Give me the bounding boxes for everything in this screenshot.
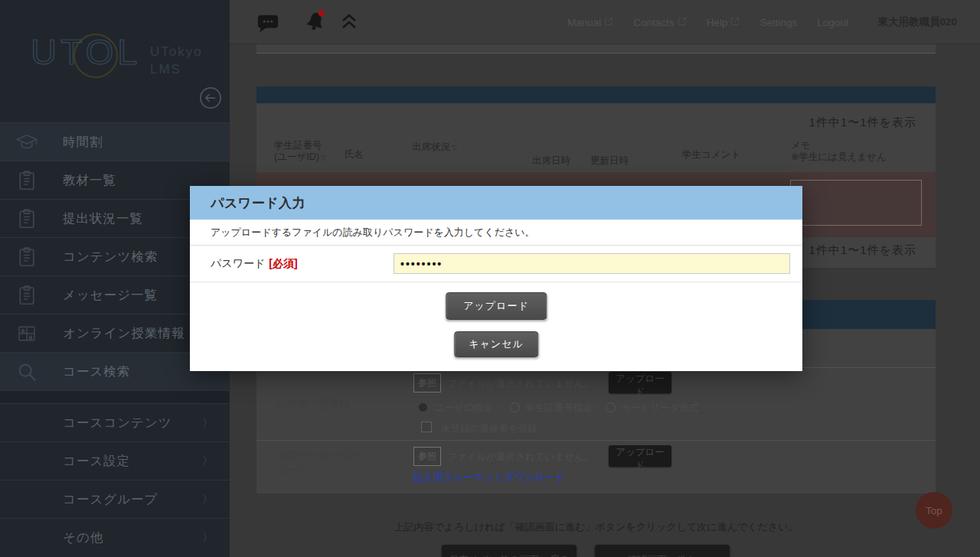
password-form-row: パスワード[必須] [190, 246, 802, 282]
sidebar-collapse-button[interactable] [199, 86, 222, 109]
upload-button[interactable]: アップロード [609, 445, 671, 467]
register-unenrolled-checkbox[interactable] [421, 422, 432, 432]
dialog-message: アップロードするファイルの読み取りパスワードを入力してください。 [190, 220, 802, 246]
column-header-student-comment: 学生コメント [682, 149, 740, 161]
sidebar-group-others[interactable]: その他 〉 [0, 518, 230, 556]
utol-lms-page: UTOL UTokyo LMS 時間割 [0, 0, 980, 557]
password-label: パスワード[必須] [211, 257, 298, 271]
sidebar-item-timetable[interactable]: 時間割 [0, 122, 230, 161]
cancel-button[interactable]: キャンセル [454, 331, 538, 357]
clipboard-icon [15, 284, 38, 307]
bulk-register-label: 出席者一括登録 [277, 397, 350, 412]
contacts-link[interactable]: Contacts [633, 17, 686, 28]
column-header-attendance-status[interactable]: 出席状況▽ [412, 142, 457, 154]
chevron-right-icon: 〉 [202, 416, 213, 430]
column-header-name: 氏名 [345, 149, 364, 161]
topbar: Manual Contacts Help Settings [230, 0, 980, 44]
format-download-link[interactable]: 記入用フォーマットダウンロード [413, 471, 565, 484]
utol-logo: UTOL [31, 31, 142, 73]
bulk-register-row: 出席者一括登録 参照 ファイルが選択されていません。 アップロード ユーザID指… [256, 367, 936, 440]
chevron-right-icon: 〉 [202, 531, 213, 545]
column-header-student-id[interactable]: 学生証番号 (ユーザID)▽ [274, 140, 326, 164]
column-header-update-time: 更新日時 [590, 155, 629, 167]
clipboard-icon [15, 246, 38, 269]
sidebar-group-course-contents[interactable]: コースコンテンツ 〉 [0, 403, 230, 441]
sort-icon: ▽ [321, 154, 326, 161]
browse-button[interactable]: 参照 [413, 373, 441, 393]
back-arrow-icon [199, 86, 222, 109]
dialog-title: パスワード入力 [190, 186, 802, 220]
result-count-bottom: 1件中1〜1件を表示 [809, 243, 916, 258]
logout-link[interactable]: Logout [817, 17, 848, 28]
scroll-to-top-button[interactable]: Top [916, 492, 952, 529]
chevron-right-icon: 〉 [202, 493, 213, 507]
online-class-icon [15, 322, 38, 345]
help-link[interactable]: Help [707, 17, 740, 28]
column-header-attendance-time: 出席日時 [532, 155, 570, 167]
register-unenrolled-label: 未登録の履修者を登録 [441, 422, 537, 435]
radio-student-card-number[interactable] [510, 402, 520, 412]
bulk-upload-row: 出席データ一括アップロード 参照 ファイルが選択されていません。 アップロード … [256, 440, 936, 493]
manual-link[interactable]: Manual [567, 17, 613, 28]
password-input[interactable] [394, 253, 790, 274]
logo-area: UTOL UTokyo LMS [0, 0, 230, 122]
sidebar-divider [0, 390, 230, 403]
confirm-instruction-text: 上記内容でよろしければ「確認画面に進む」ボタンをクリックして次に進んでください。 [256, 520, 936, 534]
search-icon [15, 360, 38, 383]
notification-bell-icon[interactable] [302, 8, 328, 37]
graduation-cap-icon [15, 131, 38, 154]
radio-student-card-number-label: 学生証番号指定 [525, 402, 593, 415]
required-badge: [必須] [269, 257, 297, 269]
external-link-icon [604, 17, 613, 28]
column-header-memo: メモ ※学生には見えません [791, 140, 887, 163]
table-card-sliver [256, 44, 936, 54]
password-dialog: パスワード入力 アップロードするファイルの読み取りパスワードを入力してください。… [190, 186, 802, 371]
sidebar-group-course-settings[interactable]: コース設定 〉 [0, 441, 230, 480]
username-display: 東大用教職員020 [877, 15, 957, 29]
topbar-links: Manual Contacts Help Settings [567, 0, 980, 44]
bulk-upload-label: 出席データ一括アップロード [277, 448, 392, 477]
messages-bubble-icon[interactable] [256, 11, 279, 37]
radio-card-reader-label: カードリーダ形式 [621, 402, 698, 415]
clipboard-icon [15, 169, 38, 192]
result-count-top: 1件中1〜1件を表示 [809, 116, 916, 130]
collapse-topbar-icon[interactable] [340, 13, 358, 33]
back-without-saving-button[interactable]: 保存せずに前の画面に戻る [442, 545, 577, 557]
sidebar-group-course-group[interactable]: コースグループ 〉 [0, 480, 230, 518]
memo-textarea[interactable] [790, 180, 922, 226]
radio-user-id[interactable] [418, 402, 428, 412]
external-link-icon [678, 17, 687, 28]
section-header-bar [256, 86, 936, 103]
no-file-selected-text: ファイルが選択されていません。 [447, 451, 593, 464]
no-file-selected-text: ファイルが選択されていません。 [447, 377, 593, 390]
radio-user-id-label: ユーザID指定 [435, 402, 493, 415]
clipboard-icon [15, 207, 38, 230]
external-link-icon [730, 17, 740, 28]
sort-icon: ▽ [452, 144, 457, 151]
upload-button[interactable]: アップロード [446, 292, 547, 320]
dialog-actions: アップロード キャンセル [190, 282, 802, 371]
chevron-right-icon: 〉 [202, 454, 213, 468]
browse-button[interactable]: 参照 [413, 447, 441, 466]
utol-logo-subtitle: UTokyo LMS [150, 43, 203, 78]
settings-link[interactable]: Settings [760, 17, 797, 28]
radio-card-reader[interactable] [606, 402, 616, 412]
proceed-to-confirm-button[interactable]: 確認画面に進む [595, 545, 730, 557]
upload-button[interactable]: アップロード [609, 372, 671, 393]
